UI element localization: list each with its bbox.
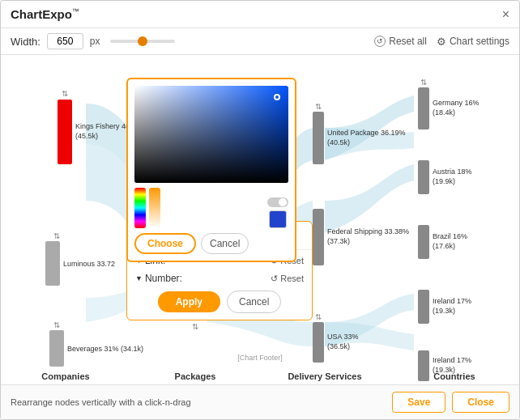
- node-bar-usa: [418, 87, 429, 129]
- node-bar-cvs: [49, 330, 64, 367]
- reset-icon: ↺: [374, 36, 386, 47]
- chart-settings-button[interactable]: ⚙ Chart settings: [437, 36, 509, 48]
- color-picker-overlay: Choose Cancel: [126, 78, 296, 262]
- node-usa[interactable]: Germany 16% (18.4k): [418, 87, 480, 129]
- window-close-button[interactable]: ×: [502, 8, 509, 21]
- gradient-dark: [134, 86, 288, 183]
- gear-icon: ⚙: [437, 36, 446, 48]
- node-kings[interactable]: Kings Fishery 4( (45.5k): [58, 100, 128, 164]
- node-federal[interactable]: USA 33% (36.5k): [313, 322, 359, 363]
- node-bar-kings: [58, 100, 72, 164]
- node-speedy[interactable]: United Package 36.19% (40.5k): [313, 112, 406, 164]
- slider-thumb: [138, 36, 147, 46]
- width-input[interactable]: [47, 33, 83, 49]
- chart-settings-label: Chart settings: [450, 36, 509, 47]
- apply-button[interactable]: Apply: [158, 291, 220, 312]
- node-label-brazil: Ireland 17% (19.3k): [433, 297, 471, 316]
- settings-apply-row: Apply Cancel: [127, 291, 312, 313]
- chart-footer: [Chart Footer]: [237, 354, 283, 362]
- number-row: ▼ Number: ↺ Reset: [127, 268, 312, 286]
- column-labels: Companies Packages Delivery Services Cou…: [1, 371, 519, 381]
- node-luminous[interactable]: Luminous 33.72: [45, 241, 115, 286]
- node-label-austria: Brazil 16% (17.6k): [433, 232, 467, 251]
- cancel-picker-button[interactable]: Cancel: [201, 233, 249, 254]
- cancel-settings-button[interactable]: Cancel: [227, 291, 281, 313]
- updown-speedy: ⇅: [315, 102, 322, 111]
- picker-right: [267, 188, 288, 228]
- reset-all-label: Reset all: [389, 36, 427, 47]
- node-bar-austria: [418, 225, 429, 259]
- main-content: Kings Fishery 4( (45.5k) ⇅ Luminous 33.7…: [1, 55, 519, 384]
- chevron-number-icon: ▼: [135, 274, 143, 282]
- node-label-luminous: Luminous 33.72: [63, 260, 115, 268]
- node-bar-luminous: [45, 241, 60, 286]
- node-bar-germany: [418, 160, 429, 194]
- alpha-strip[interactable]: [149, 188, 160, 228]
- node-germany[interactable]: Austria 18% (19.9k): [418, 160, 472, 194]
- px-label: px: [90, 36, 100, 47]
- number-reset-button[interactable]: ↺ Reset: [271, 274, 304, 284]
- updown-luminous: ⇅: [53, 231, 60, 240]
- width-slider[interactable]: [110, 40, 175, 43]
- node-brazil[interactable]: Ireland 17% (19.3k): [418, 290, 471, 324]
- node-label-united: Federal Shipping 33.38% (37.3k): [327, 227, 409, 246]
- color-swatch[interactable]: [269, 210, 287, 228]
- node-label-germany: Austria 18% (19.9k): [433, 168, 472, 186]
- node-label-usa: Germany 16% (18.4k): [433, 99, 480, 117]
- node-bar-brazil: [418, 290, 429, 324]
- updown-kings: ⇅: [62, 89, 68, 98]
- bottom-actions: Save Close: [392, 392, 509, 413]
- main-window: ChartExpo™ × Width: px ↺ Reset all ⚙ Cha…: [0, 0, 520, 420]
- node-label-cvs: Beverages 31% (34.1k): [67, 345, 143, 353]
- node-label-speedy: United Package 36.19% (40.5k): [327, 129, 406, 147]
- title-bar: ChartExpo™ ×: [1, 1, 519, 28]
- node-label-federal: USA 33% (36.5k): [327, 333, 359, 351]
- reset-all-button[interactable]: ↺ Reset all: [374, 36, 427, 47]
- close-button[interactable]: Close: [452, 392, 509, 413]
- node-bar-speedy: [313, 112, 324, 164]
- picker-cursor: [274, 94, 280, 100]
- node-cvs[interactable]: Beverages 31% (34.1k): [49, 330, 143, 367]
- color-picker-controls: [134, 188, 288, 228]
- color-gradient[interactable]: [134, 86, 288, 183]
- col-label-countries: Countries: [390, 371, 519, 381]
- node-austria[interactable]: Brazil 16% (17.6k): [418, 225, 467, 259]
- bottom-hint: Rearrange nodes vertically with a click-…: [11, 397, 191, 407]
- window-title: ChartExpo™: [11, 7, 79, 21]
- width-label: Width:: [11, 36, 40, 48]
- node-bar-federal: [313, 322, 324, 363]
- save-button[interactable]: Save: [392, 392, 445, 413]
- toolbar: Width: px ↺ Reset all ⚙ Chart settings: [1, 28, 519, 55]
- updown-cvs: ⇅: [53, 320, 60, 329]
- node-united[interactable]: Federal Shipping 33.38% (37.3k): [313, 209, 409, 265]
- col-label-delivery: Delivery Services: [260, 371, 390, 381]
- updown-federal: ⇅: [315, 312, 322, 321]
- reset-number-icon: ↺: [271, 274, 278, 284]
- updown-usa: ⇅: [420, 78, 427, 87]
- col-label-companies: Companies: [1, 371, 130, 381]
- updown-beverages2: ⇅: [192, 322, 198, 331]
- choose-button[interactable]: Choose: [134, 233, 196, 254]
- toolbar-right: ↺ Reset all ⚙ Chart settings: [374, 36, 509, 48]
- node-label-kings: Kings Fishery 4( (45.5k): [75, 122, 128, 141]
- number-label: ▼ Number:: [135, 273, 182, 284]
- picker-buttons: Choose Cancel: [134, 233, 288, 254]
- hue-strip[interactable]: [134, 188, 146, 228]
- col-label-packages: Packages: [130, 371, 260, 381]
- bottom-bar: Rearrange nodes vertically with a click-…: [1, 384, 519, 419]
- node-bar-united: [313, 209, 324, 265]
